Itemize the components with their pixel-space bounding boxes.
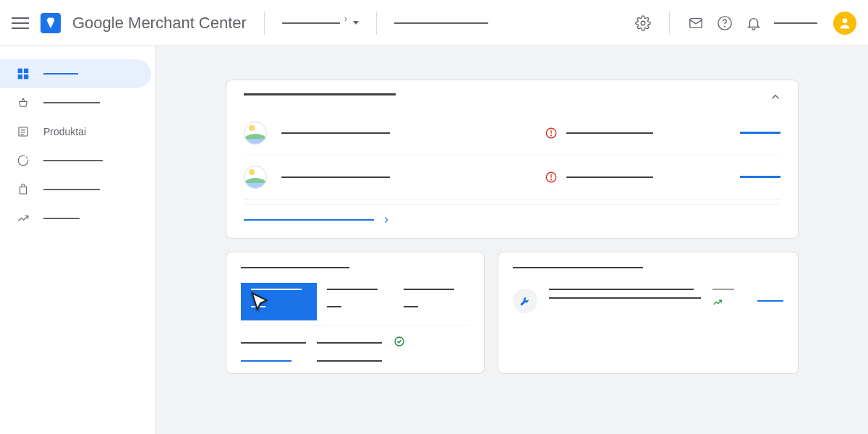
sidebar-item-shopping[interactable] (0, 88, 151, 117)
sidebar-item-label (43, 73, 78, 75)
menu-icon[interactable] (12, 14, 29, 32)
product-row (244, 156, 780, 200)
card-title (244, 93, 396, 95)
svg-point-15 (551, 135, 552, 136)
insight-text (549, 289, 694, 290)
sidebar-item-performance[interactable] (0, 146, 151, 175)
product-thumbnail (244, 166, 267, 189)
card-title (241, 267, 349, 269)
sidebar-item-products[interactable]: Produktai (0, 117, 151, 146)
wrench-icon (513, 289, 537, 313)
progress-icon (16, 153, 30, 168)
svg-rect-8 (25, 75, 28, 79)
svg-point-0 (641, 21, 645, 25)
insight-text (549, 297, 701, 299)
metric-value (327, 306, 341, 307)
list-icon (16, 124, 30, 139)
metric-summary-row (241, 354, 469, 362)
product-row (244, 111, 780, 156)
sidebar-item-overview[interactable] (0, 59, 151, 88)
help-icon[interactable] (716, 14, 733, 32)
metric-tile[interactable] (393, 283, 469, 320)
search-input[interactable] (394, 22, 488, 24)
metric-label (327, 289, 378, 290)
view-all-link[interactable] (244, 204, 780, 225)
svg-rect-7 (18, 75, 22, 79)
app-header: Google Merchant Center › (0, 0, 868, 46)
sidebar: Produktai (0, 46, 156, 434)
metric-summary-row (241, 325, 469, 350)
product-action-link[interactable] (740, 132, 780, 134)
insight-item (513, 289, 783, 313)
insight-link[interactable] (757, 300, 783, 302)
product-status (566, 176, 653, 178)
error-icon (545, 171, 558, 184)
sidebar-item-label (43, 102, 100, 103)
divider (669, 12, 670, 35)
basket-icon (16, 95, 30, 110)
error-icon (545, 127, 558, 140)
card-title (513, 267, 643, 269)
metric-link[interactable] (241, 360, 292, 362)
metric-tile-selected[interactable] (241, 283, 317, 320)
svg-rect-1 (690, 18, 702, 27)
product-name (281, 176, 390, 178)
sidebar-item-label (43, 160, 103, 161)
trending-icon (16, 211, 30, 226)
check-icon (393, 336, 405, 350)
trend-up-icon (712, 297, 723, 310)
user-avatar[interactable] (833, 12, 856, 35)
notifications-icon[interactable] (745, 14, 762, 32)
svg-point-4 (843, 18, 848, 23)
cursor-icon (248, 290, 273, 315)
svg-rect-5 (18, 69, 22, 72)
app-logo (41, 13, 61, 33)
product-status (566, 132, 653, 134)
account-selector[interactable]: › (282, 18, 359, 28)
dashboard-icon (16, 67, 30, 81)
insight-meta (712, 289, 734, 290)
bag-icon (16, 182, 30, 197)
product-thumbnail (244, 122, 267, 145)
sidebar-item-trends[interactable] (0, 204, 151, 233)
svg-point-19 (395, 337, 404, 346)
metric-value (404, 306, 418, 307)
account-name (774, 22, 817, 24)
metrics-card (226, 252, 485, 375)
product-name (281, 132, 390, 134)
sidebar-item-label (43, 189, 100, 190)
divider (376, 12, 377, 35)
settings-icon[interactable] (634, 14, 652, 32)
products-status-card (226, 80, 799, 239)
svg-point-18 (551, 179, 552, 180)
sidebar-item-growth[interactable] (0, 175, 151, 204)
sidebar-item-label (43, 218, 80, 219)
sidebar-item-label: Produktai (43, 126, 86, 137)
svg-point-3 (725, 26, 726, 27)
metric-tile[interactable] (317, 283, 393, 320)
chevron-up-icon[interactable] (769, 90, 782, 106)
svg-rect-6 (25, 69, 28, 72)
app-title: Google Merchant Center (72, 14, 247, 33)
insights-card (498, 252, 799, 375)
main-content (156, 46, 868, 434)
mail-icon[interactable] (687, 14, 705, 32)
metric-label (404, 289, 454, 290)
divider (264, 12, 265, 35)
product-action-link[interactable] (740, 176, 780, 178)
